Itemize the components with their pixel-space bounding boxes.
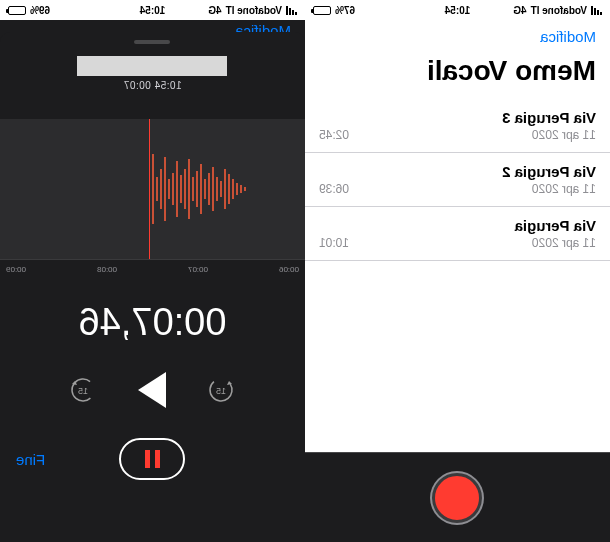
clock-label: 10:54 <box>445 5 471 16</box>
page-title: Memo Vocali <box>305 53 610 99</box>
edit-button[interactable]: Modifica <box>305 20 610 53</box>
svg-text:15: 15 <box>78 386 88 396</box>
memo-duration: 06:39 <box>319 182 349 196</box>
memo-name: Via Perugia 2 <box>319 163 596 180</box>
network-label: 4G <box>513 5 526 16</box>
record-bar <box>305 452 610 542</box>
pause-button[interactable] <box>120 438 186 480</box>
done-button[interactable]: Fine <box>16 451 45 468</box>
memo-date: 11 apr 2020 <box>532 128 596 142</box>
waveform[interactable] <box>0 119 305 259</box>
memo-date: 11 apr 2020 <box>532 182 596 196</box>
memo-duration: 10:01 <box>319 236 349 250</box>
ruler-tick: 00:06 <box>279 265 299 274</box>
memo-item[interactable]: Via Perugia 11 apr 2020 10:01 <box>305 207 610 261</box>
carrier-label: Vodafone IT <box>226 5 282 16</box>
memo-date: 11 apr 2020 <box>532 236 596 250</box>
memo-item[interactable]: Via Perugia 3 11 apr 2020 02:45 <box>305 99 610 153</box>
transport-controls: 15 15 <box>0 372 305 408</box>
status-bar: Vodafone IT 4G 10:54 67% <box>305 0 610 20</box>
clock-label: 10:54 <box>140 5 166 16</box>
memo-name: Via Perugia <box>319 217 596 234</box>
skip-back-15-button[interactable]: 15 <box>207 375 237 405</box>
play-button[interactable] <box>139 372 167 408</box>
record-button[interactable] <box>433 473 483 523</box>
recording-sheet: 10:54 00:07 <box>0 32 305 542</box>
battery-icon <box>8 6 26 15</box>
svg-text:15: 15 <box>216 386 226 396</box>
battery-icon <box>313 6 331 15</box>
ruler-tick: 00:07 <box>188 265 208 274</box>
battery-percent: 69% <box>30 5 50 16</box>
recording-subtime: 10:54 00:07 <box>0 80 305 91</box>
waveform-icon <box>0 139 305 239</box>
memo-name: Via Perugia 3 <box>319 109 596 126</box>
elapsed-timer: 00:07,46 <box>0 301 305 344</box>
memo-item[interactable]: Via Perugia 2 11 apr 2020 06:39 <box>305 153 610 207</box>
memo-duration: 02:45 <box>319 128 349 142</box>
battery-percent: 67% <box>335 5 355 16</box>
playhead-icon <box>149 119 150 259</box>
ruler-tick: 00:09 <box>6 265 26 274</box>
recording-screen: Vodafone IT 4G 10:54 69% Modifica 10:54 … <box>0 0 305 542</box>
signal-icon <box>591 6 602 15</box>
status-bar: Vodafone IT 4G 10:54 69% <box>0 0 305 20</box>
time-ruler: 00:06 00:07 00:08 00:09 <box>0 259 305 279</box>
memo-list: Via Perugia 3 11 apr 2020 02:45 Via Peru… <box>305 99 610 261</box>
signal-icon <box>286 6 297 15</box>
list-screen: Vodafone IT 4G 10:54 67% Modifica Memo V… <box>305 0 610 542</box>
grabber-handle[interactable] <box>135 40 171 44</box>
ruler-tick: 00:08 <box>97 265 117 274</box>
skip-forward-15-button[interactable]: 15 <box>69 375 99 405</box>
carrier-label: Vodafone IT <box>531 5 587 16</box>
recording-title-redacted <box>78 56 228 76</box>
network-label: 4G <box>208 5 221 16</box>
